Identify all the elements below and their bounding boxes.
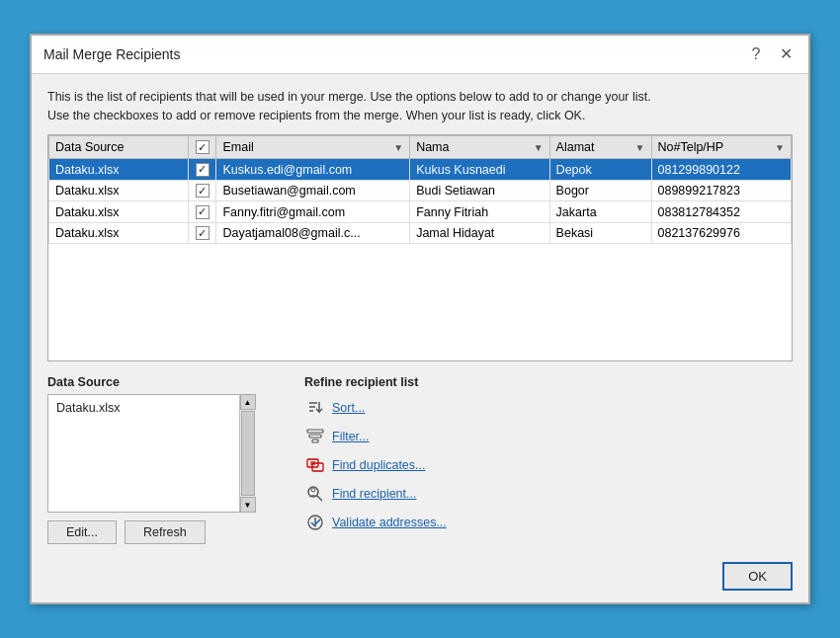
- bottom-section: Data Source Dataku.xlsx ▲ ▼ Edit... Refr…: [47, 375, 793, 544]
- refresh-button[interactable]: Refresh: [125, 520, 206, 544]
- cell-alamat: Jakarta: [549, 201, 651, 223]
- cell-nama: Budi Setiawan: [410, 180, 549, 201]
- cell-alamat: Bogor: [549, 180, 651, 201]
- col-checkbox[interactable]: [189, 136, 216, 159]
- find-recipient-icon: [304, 483, 326, 505]
- left-panel: Data Source Dataku.xlsx ▲ ▼ Edit... Refr…: [47, 375, 275, 544]
- filter-icon: [304, 426, 326, 447]
- title-bar: Mail Merge Recipients ? ✕: [32, 36, 808, 74]
- mail-merge-dialog: Mail Merge Recipients ? ✕ This is the li…: [30, 34, 810, 605]
- col-notelp[interactable]: No#Telp/HP ▼: [651, 136, 792, 159]
- edit-button[interactable]: Edit...: [47, 520, 117, 544]
- dialog-title-area: Mail Merge Recipients: [43, 46, 181, 62]
- find-duplicates-icon: [304, 454, 326, 476]
- cell-email: Kuskus.edi@gmail.com: [216, 159, 410, 181]
- cell-alamat: Depok: [549, 159, 651, 181]
- description: This is the list of recipients that will…: [47, 88, 793, 125]
- svg-point-12: [311, 488, 315, 492]
- ok-button[interactable]: OK: [722, 562, 793, 591]
- cell-datasource: Dataku.xlsx: [49, 201, 189, 223]
- ok-row: OK: [32, 554, 808, 602]
- scroll-up-button[interactable]: ▲: [240, 394, 256, 410]
- table-header-row: Data Source Email ▼: [49, 136, 792, 159]
- right-panel: Refine recipient list Sort... Filter...: [275, 375, 793, 540]
- list-item[interactable]: Dataku.xlsx: [52, 399, 238, 417]
- cell-notelp: 082137629976: [651, 222, 792, 244]
- col-nama[interactable]: Nama ▼: [410, 136, 549, 159]
- datasource-section-title: Data Source: [47, 375, 275, 389]
- dialog-title: Mail Merge Recipients: [43, 46, 181, 62]
- recipients-table-container: Data Source Email ▼: [47, 134, 793, 361]
- find-duplicates-item[interactable]: Find duplicates...: [304, 454, 793, 476]
- cell-notelp: 081299890122: [651, 159, 792, 181]
- svg-rect-5: [312, 439, 318, 442]
- svg-line-11: [317, 496, 322, 501]
- close-button[interactable]: ✕: [775, 43, 797, 65]
- validate-link[interactable]: Validate addresses...: [332, 516, 447, 529]
- cell-datasource: Dataku.xlsx: [49, 180, 189, 201]
- cell-email: Dayatjamal08@gmail.c...: [216, 222, 410, 244]
- description-line2: Use the checkboxes to add or remove reci…: [47, 107, 793, 125]
- email-sort-arrow: ▼: [393, 142, 403, 153]
- notelp-sort-arrow: ▼: [775, 142, 785, 153]
- cell-datasource: Dataku.xlsx: [49, 222, 189, 244]
- row-checkbox[interactable]: [196, 226, 210, 240]
- help-button[interactable]: ?: [745, 43, 767, 65]
- sort-icon: [304, 397, 326, 419]
- row-checkbox[interactable]: [196, 163, 210, 177]
- datasource-button-row: Edit... Refresh: [47, 520, 275, 544]
- cell-checkbox[interactable]: [189, 222, 216, 244]
- validate-icon: [304, 512, 326, 533]
- table-row[interactable]: Dataku.xlsx Kuskus.edi@gmail.com Kukus K…: [49, 159, 792, 181]
- alamat-sort-arrow: ▼: [635, 142, 645, 153]
- header-checkbox[interactable]: [196, 140, 210, 154]
- datasource-listbox-wrapper: Dataku.xlsx ▲ ▼: [47, 394, 255, 513]
- cell-checkbox[interactable]: [189, 180, 216, 201]
- svg-rect-3: [307, 430, 323, 433]
- recipients-table: Data Source Email ▼: [48, 135, 792, 244]
- cell-checkbox[interactable]: [189, 159, 216, 181]
- sort-link[interactable]: Sort...: [332, 401, 365, 415]
- svg-rect-4: [309, 435, 321, 438]
- row-checkbox[interactable]: [196, 205, 210, 219]
- filter-item[interactable]: Filter...: [304, 426, 793, 447]
- table-header: Data Source Email ▼: [49, 136, 792, 159]
- cell-email: Fanny.fitri@gmail.com: [216, 201, 410, 223]
- cell-notelp: 083812784352: [651, 201, 792, 223]
- title-bar-buttons: ? ✕: [745, 43, 797, 65]
- table-row[interactable]: Dataku.xlsx Fanny.fitri@gmail.com Fanny …: [49, 201, 792, 223]
- cell-email: Busetiawan@gmail.com: [216, 180, 410, 201]
- description-line1: This is the list of recipients that will…: [47, 88, 793, 107]
- find-duplicates-link[interactable]: Find duplicates...: [332, 458, 426, 472]
- col-datasource[interactable]: Data Source: [49, 136, 189, 159]
- filter-link[interactable]: Filter...: [332, 430, 370, 443]
- cell-nama: Kukus Kusnaedi: [410, 159, 549, 181]
- find-recipient-link[interactable]: Find recipient...: [332, 487, 416, 501]
- col-alamat[interactable]: Alamat ▼: [549, 136, 651, 159]
- table-row[interactable]: Dataku.xlsx Busetiawan@gmail.com Budi Se…: [49, 180, 792, 201]
- table-body: Dataku.xlsx Kuskus.edi@gmail.com Kukus K…: [49, 159, 792, 244]
- scrollbar-thumb[interactable]: [241, 411, 255, 496]
- refine-title: Refine recipient list: [304, 375, 793, 389]
- cell-nama: Fanny Fitriah: [410, 201, 549, 223]
- cell-notelp: 089899217823: [651, 180, 792, 201]
- table-row[interactable]: Dataku.xlsx Dayatjamal08@gmail.c... Jama…: [49, 222, 792, 244]
- col-email[interactable]: Email ▼: [216, 136, 410, 159]
- nama-sort-arrow: ▼: [534, 142, 544, 153]
- validate-item[interactable]: Validate addresses...: [304, 512, 793, 533]
- sort-item[interactable]: Sort...: [304, 397, 793, 419]
- scroll-down-button[interactable]: ▼: [240, 497, 256, 513]
- dialog-body: This is the list of recipients that will…: [32, 74, 808, 555]
- cell-checkbox[interactable]: [189, 201, 216, 223]
- scrollbar-track: ▲ ▼: [239, 394, 255, 513]
- find-recipient-item[interactable]: Find recipient...: [304, 483, 793, 505]
- cell-alamat: Bekasi: [549, 222, 651, 244]
- cell-datasource: Dataku.xlsx: [49, 159, 189, 181]
- datasource-listbox[interactable]: Dataku.xlsx: [47, 394, 255, 513]
- cell-nama: Jamal Hidayat: [410, 222, 549, 244]
- row-checkbox[interactable]: [196, 184, 210, 198]
